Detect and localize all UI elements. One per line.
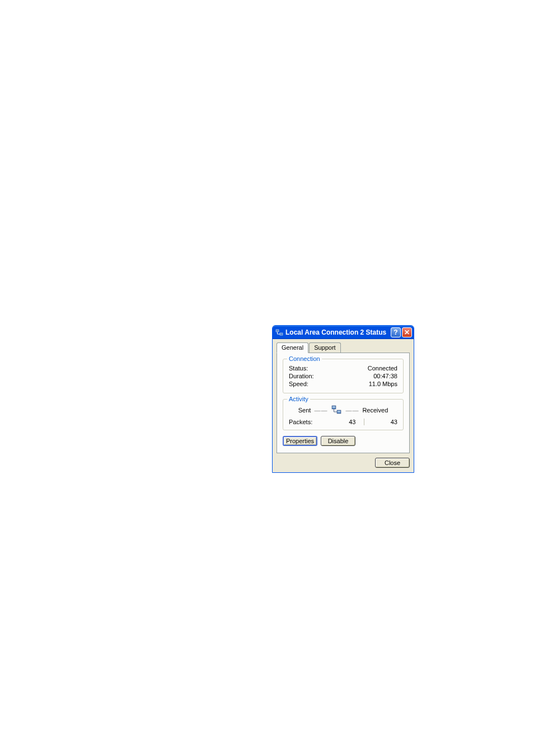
close-button[interactable]: ✕: [402, 327, 412, 337]
svg-rect-3: [332, 406, 335, 408]
speed-label: Speed:: [289, 381, 308, 387]
status-label: Status:: [289, 365, 308, 372]
activity-legend: Activity: [287, 396, 310, 402]
activity-network-icon: [331, 405, 342, 415]
packets-label: Packets:: [289, 419, 322, 425]
tab-support[interactable]: Support: [309, 342, 341, 353]
disable-button[interactable]: Disable: [321, 436, 355, 446]
titlebar[interactable]: Local Area Connection 2 Status ? ✕: [273, 326, 414, 339]
received-label: Received: [362, 407, 388, 414]
speed-value: 11.0 Mbps: [369, 381, 397, 387]
help-button[interactable]: ?: [391, 327, 401, 337]
duration-value: 00:47:38: [373, 373, 397, 379]
properties-button[interactable]: Properties: [283, 436, 317, 446]
close-dialog-button[interactable]: Close: [375, 458, 410, 468]
svg-rect-1: [280, 333, 283, 335]
connection-legend: Connection: [287, 355, 322, 362]
dash-right: ——: [345, 407, 359, 414]
activity-group: Activity Sent —— —— Received: [283, 399, 404, 430]
status-value: Connected: [368, 365, 397, 372]
dialog-body: General Support Connection Status: Conne…: [273, 339, 414, 472]
connection-status-dialog: Local Area Connection 2 Status ? ✕ Gener…: [272, 325, 414, 473]
tab-panel-general: Connection Status: Connected Duration: 0…: [277, 353, 410, 453]
help-icon: ?: [394, 328, 397, 336]
tab-general[interactable]: General: [277, 342, 308, 353]
sent-label: Sent: [298, 407, 311, 414]
svg-rect-0: [276, 330, 279, 332]
network-connection-icon: [275, 328, 283, 336]
duration-label: Duration:: [289, 373, 314, 379]
tabs: General Support: [277, 342, 410, 353]
packets-sent-value: 43: [322, 419, 364, 425]
titlebar-text: Local Area Connection 2 Status: [285, 328, 391, 336]
svg-rect-5: [338, 411, 340, 412]
packets-received-value: 43: [364, 419, 398, 425]
connection-group: Connection Status: Connected Duration: 0…: [283, 359, 404, 393]
dash-left: ——: [314, 407, 327, 414]
close-icon: ✕: [404, 328, 410, 336]
